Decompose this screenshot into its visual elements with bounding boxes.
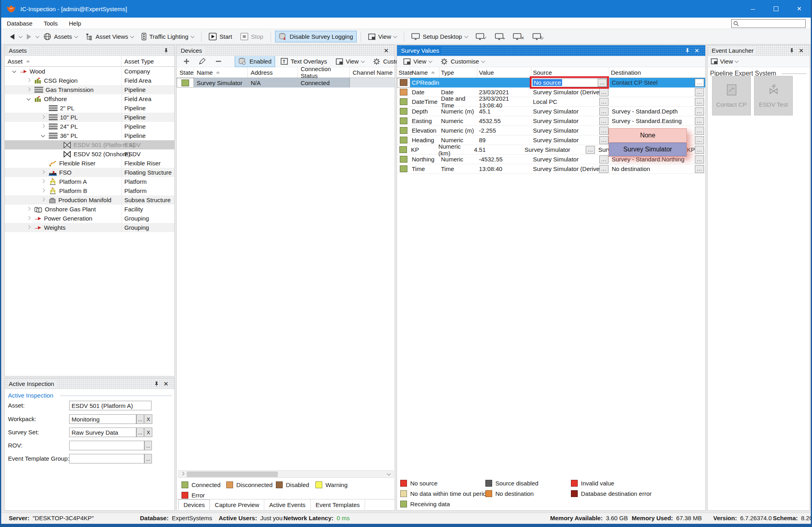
expander-icon[interactable] bbox=[40, 135, 46, 137]
expander-icon[interactable] bbox=[11, 71, 17, 72]
view-button[interactable]: View bbox=[333, 56, 367, 66]
nav-back-button[interactable] bbox=[7, 32, 18, 41]
destination-ellipsis-button[interactable]: ... bbox=[695, 98, 704, 106]
scroll-right-icon[interactable] bbox=[387, 471, 391, 475]
scroll-left-icon[interactable] bbox=[181, 471, 185, 475]
survey-source-cell[interactable]: Local PC... bbox=[531, 97, 609, 107]
monitor-add-button[interactable]: + bbox=[492, 31, 508, 42]
asset-tree-row[interactable]: FSOFloating Structure bbox=[5, 168, 174, 177]
ellipsis-button[interactable]: ... bbox=[144, 441, 152, 450]
devices-h-scrollbar[interactable] bbox=[178, 470, 394, 478]
destination-ellipsis-button[interactable]: ... bbox=[695, 117, 704, 125]
expander-icon[interactable] bbox=[26, 209, 31, 210]
survey-source-cell[interactable]: Survey Simulator... bbox=[531, 126, 609, 135]
tab-active-events[interactable]: Active Events bbox=[264, 499, 311, 510]
asset-tree-row[interactable]: OffshoreField Area bbox=[5, 94, 174, 103]
monitor-refresh-button[interactable]: ↻ bbox=[529, 31, 547, 42]
source-ellipsis-button[interactable]: ... bbox=[599, 88, 609, 96]
expander-icon[interactable] bbox=[26, 227, 31, 229]
source-ellipsis-button[interactable]: ... bbox=[598, 79, 607, 87]
close-icon[interactable]: ✕ bbox=[162, 380, 170, 388]
survey-source-cell[interactable]: Survey Simulator... bbox=[531, 155, 609, 164]
tab-capture-preview[interactable]: Capture Preview bbox=[210, 499, 264, 510]
destination-ellipsis-button[interactable]: ... bbox=[695, 107, 704, 115]
survey-col-value[interactable]: Value bbox=[477, 67, 531, 78]
survey-destination-cell[interactable]: Contact CP Steel... bbox=[609, 78, 705, 88]
survey-row[interactable]: CPReadingNo source...Contact CP Steel... bbox=[397, 78, 705, 88]
customise-button[interactable]: Customise bbox=[437, 56, 488, 67]
destination-ellipsis-button[interactable]: ... bbox=[695, 146, 704, 154]
asset-views-button[interactable]: Asset Views bbox=[82, 32, 137, 42]
setup-desktop-button[interactable]: Setup Desktop bbox=[408, 32, 471, 42]
survey-destination-cell[interactable]: ... bbox=[609, 88, 705, 97]
dropdown-item-survey-simulator[interactable]: Survey Simulator bbox=[609, 143, 686, 156]
remove-device-button[interactable] bbox=[212, 56, 225, 66]
text-overlays-button[interactable]: TText Overlays bbox=[277, 56, 330, 66]
expander-icon[interactable] bbox=[40, 126, 46, 127]
assets-col-asset[interactable]: Asset bbox=[5, 56, 122, 66]
survey-source-cell[interactable]: Survey Simulator... bbox=[531, 116, 609, 126]
survey-col-state[interactable]: State bbox=[397, 67, 410, 78]
field-input-1[interactable]: Monitoring bbox=[69, 414, 136, 424]
source-ellipsis-button[interactable]: ... bbox=[599, 117, 609, 125]
survey-col-destination[interactable]: Destination bbox=[609, 67, 705, 78]
event-button-esdv-test[interactable]: ESDV Test bbox=[754, 76, 793, 115]
menu-item-tools[interactable]: Tools bbox=[38, 18, 63, 29]
destination-ellipsis-button[interactable]: ... bbox=[695, 155, 704, 163]
source-edit-box[interactable]: No source... bbox=[531, 78, 607, 87]
pin-icon[interactable] bbox=[683, 47, 692, 55]
survey-col-type[interactable]: Type bbox=[439, 67, 477, 78]
source-ellipsis-button[interactable]: ... bbox=[586, 146, 595, 154]
survey-destination-cell[interactable]: No destination... bbox=[609, 164, 705, 174]
survey-source-cell[interactable]: No source... bbox=[531, 78, 609, 88]
expander-icon[interactable] bbox=[26, 98, 31, 100]
expander-icon[interactable] bbox=[26, 218, 31, 219]
expander-icon[interactable] bbox=[26, 80, 31, 82]
asset-tree-row[interactable]: 36" PLPipeline bbox=[5, 131, 174, 140]
source-ellipsis-button[interactable]: ... bbox=[599, 155, 609, 163]
traffic-lighting-button[interactable]: Traffic Lighting bbox=[138, 31, 197, 42]
dropdown-item-none[interactable]: None bbox=[609, 129, 686, 142]
pin-icon[interactable] bbox=[162, 47, 170, 55]
expander-icon[interactable] bbox=[40, 117, 46, 118]
clear-button[interactable]: X bbox=[144, 428, 152, 437]
pin-icon[interactable] bbox=[152, 380, 161, 388]
destination-ellipsis-button[interactable]: ... bbox=[695, 165, 704, 173]
asset-tree-row[interactable]: Onshore Gas PlantFacility bbox=[5, 205, 174, 214]
field-input-3[interactable] bbox=[69, 441, 144, 450]
field-input-0[interactable]: ESDV 501 (Platform A) bbox=[69, 401, 152, 410]
source-ellipsis-button[interactable]: ... bbox=[599, 107, 609, 115]
event-button-contact-cp[interactable]: Contact CP bbox=[712, 76, 751, 115]
survey-destination-cell[interactable]: Survey - Standard.Easting... bbox=[609, 116, 705, 126]
add-device-button[interactable] bbox=[180, 56, 193, 66]
field-input-2[interactable]: Raw Survey Data bbox=[69, 428, 136, 437]
devices-col-state[interactable]: State bbox=[177, 67, 194, 78]
expander-icon[interactable] bbox=[40, 172, 46, 173]
source-ellipsis-button[interactable]: ... bbox=[599, 98, 609, 106]
survey-source-cell[interactable]: Survey Simulator (Derived)... bbox=[531, 164, 609, 174]
minimize-button[interactable]: ─ bbox=[741, 0, 764, 18]
assets-col-asset-type[interactable]: Asset Type bbox=[122, 56, 174, 66]
view-button[interactable]: View bbox=[400, 56, 435, 66]
menu-item-help[interactable]: Help bbox=[63, 18, 87, 29]
survey-col-name[interactable]: Name bbox=[410, 67, 439, 78]
view-button[interactable]: View bbox=[365, 32, 400, 42]
survey-destination-cell[interactable]: Survey - Standard.Depth... bbox=[609, 107, 705, 116]
survey-col-source[interactable]: Source bbox=[531, 67, 609, 78]
asset-tree-row[interactable]: WoodCompany bbox=[5, 67, 174, 76]
devices-col-channel-name[interactable]: Channel Name bbox=[350, 67, 395, 78]
view-button[interactable]: View bbox=[720, 58, 733, 65]
close-icon[interactable]: ✕ bbox=[797, 47, 806, 55]
close-icon[interactable]: ✕ bbox=[382, 47, 391, 55]
menu-item-database[interactable]: Database bbox=[1, 18, 38, 29]
expander-icon[interactable] bbox=[40, 190, 46, 192]
asset-tree-row[interactable]: ESDV 502 (Onshore)ESDV bbox=[5, 149, 174, 159]
source-ellipsis-button[interactable]: ... bbox=[599, 165, 609, 173]
asset-tree-row[interactable]: Gas TransmissionPipeline bbox=[5, 85, 174, 94]
survey-row[interactable]: EastingNumeric4532.55Survey Simulator...… bbox=[397, 116, 705, 126]
asset-tree-row[interactable]: 24" PLPipeline bbox=[5, 122, 174, 131]
survey-row[interactable]: DepthNumeric (m)45.1Survey Simulator...S… bbox=[397, 107, 705, 116]
survey-source-cell[interactable]: Survey Simulator... bbox=[523, 145, 596, 155]
survey-source-cell[interactable]: Survey Simulator (Derived)... bbox=[531, 88, 609, 97]
asset-tree-row[interactable]: Production ManifoldSubsea Structure bbox=[5, 195, 174, 205]
